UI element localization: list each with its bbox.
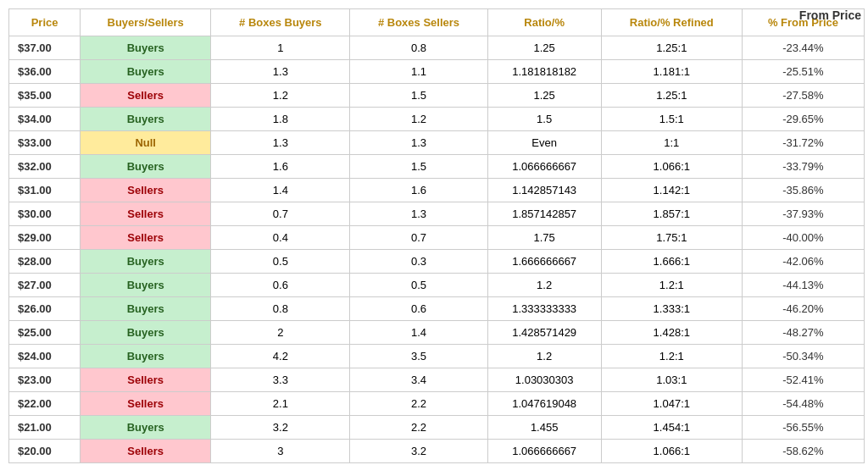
ratio-cell: 1.2 — [487, 345, 601, 368]
from-price-cell: -56.55% — [742, 416, 864, 440]
price-cell: $34.00 — [9, 108, 81, 131]
boxes-buyers-cell: 1 — [211, 36, 350, 60]
price-cell: $27.00 — [9, 274, 81, 297]
ratio-refined-cell: 1.066:1 — [601, 155, 742, 179]
boxes-buyers-cell: 1.3 — [211, 60, 350, 84]
price-cell: $20.00 — [9, 440, 81, 463]
table-row: $30.00Sellers0.71.31.8571428571.857:1-37… — [9, 202, 865, 226]
ratio-refined-cell: 1.454:1 — [601, 416, 742, 440]
ratio-refined-cell: 1:1 — [601, 131, 742, 155]
boxes-sellers-cell: 1.3 — [350, 131, 487, 155]
ratio-cell: 1.142857143 — [487, 179, 601, 202]
from-price-cell: -42.06% — [742, 250, 864, 274]
boxes-buyers-cell: 1.2 — [211, 84, 350, 108]
col-ratio: Ratio/% — [487, 9, 601, 36]
buyers-sellers-cell: Null — [81, 131, 211, 155]
buyers-sellers-cell: Buyers — [81, 274, 211, 297]
buyers-sellers-cell: Sellers — [81, 392, 211, 416]
col-boxes-buyers: # Boxes Buyers — [211, 9, 350, 36]
price-cell: $21.00 — [9, 416, 81, 440]
price-cell: $32.00 — [9, 155, 81, 179]
ratio-refined-cell: 1.181:1 — [601, 60, 742, 84]
ratio-cell: 1.75 — [487, 226, 601, 250]
header-row: Price Buyers/Sellers # Boxes Buyers # Bo… — [9, 9, 865, 36]
ratio-refined-cell: 1.857:1 — [601, 202, 742, 226]
price-cell: $29.00 — [9, 226, 81, 250]
ratio-refined-cell: 1.5:1 — [601, 108, 742, 131]
ratio-cell: 1.181818182 — [487, 60, 601, 84]
ratio-cell: 1.066666667 — [487, 155, 601, 179]
from-price-cell: -37.93% — [742, 202, 864, 226]
price-cell: $24.00 — [9, 345, 81, 368]
boxes-sellers-cell: 1.5 — [350, 84, 487, 108]
ratio-cell: 1.666666667 — [487, 250, 601, 274]
boxes-buyers-cell: 0.6 — [211, 274, 350, 297]
table-row: $22.00Sellers2.12.21.0476190481.047:1-54… — [9, 392, 865, 416]
ratio-cell: Even — [487, 131, 601, 155]
ratio-cell: 1.03030303 — [487, 368, 601, 392]
boxes-buyers-cell: 2.1 — [211, 392, 350, 416]
price-cell: $35.00 — [9, 84, 81, 108]
boxes-sellers-cell: 3.5 — [350, 345, 487, 368]
boxes-sellers-cell: 0.6 — [350, 297, 487, 321]
col-buyers-sellers: Buyers/Sellers — [81, 9, 211, 36]
ratio-refined-cell: 1.066:1 — [601, 440, 742, 463]
buyers-sellers-cell: Buyers — [81, 297, 211, 321]
table-row: $35.00Sellers1.21.51.251.25:1-27.58% — [9, 84, 865, 108]
table-row: $27.00Buyers0.60.51.21.2:1-44.13% — [9, 274, 865, 297]
from-price-cell: -31.72% — [742, 131, 864, 155]
buyers-sellers-cell: Sellers — [81, 202, 211, 226]
boxes-sellers-cell: 2.2 — [350, 416, 487, 440]
ratio-refined-cell: 1.03:1 — [601, 368, 742, 392]
table-row: $36.00Buyers1.31.11.1818181821.181:1-25.… — [9, 60, 865, 84]
ratio-cell: 1.857142857 — [487, 202, 601, 226]
table-row: $26.00Buyers0.80.61.3333333331.333:1-46.… — [9, 297, 865, 321]
boxes-buyers-cell: 1.3 — [211, 131, 350, 155]
boxes-buyers-cell: 1.8 — [211, 108, 350, 131]
from-price-cell: -58.62% — [742, 440, 864, 463]
ratio-refined-cell: 1.75:1 — [601, 226, 742, 250]
from-price-cell: -46.20% — [742, 297, 864, 321]
table-row: $34.00Buyers1.81.21.51.5:1-29.65% — [9, 108, 865, 131]
ratio-refined-cell: 1.25:1 — [601, 84, 742, 108]
from-price-cell: -50.34% — [742, 345, 864, 368]
ratio-refined-cell: 1.2:1 — [601, 345, 742, 368]
ratio-refined-cell: 1.047:1 — [601, 392, 742, 416]
main-table: Price Buyers/Sellers # Boxes Buyers # Bo… — [8, 8, 865, 463]
price-cell: $28.00 — [9, 250, 81, 274]
from-price-cell: -40.00% — [742, 226, 864, 250]
boxes-sellers-cell: 3.4 — [350, 368, 487, 392]
from-price-cell: -25.51% — [742, 60, 864, 84]
col-boxes-sellers: # Boxes Sellers — [350, 9, 487, 36]
ratio-cell: 1.25 — [487, 36, 601, 60]
from-price-cell: -35.86% — [742, 179, 864, 202]
ratio-refined-cell: 1.333:1 — [601, 297, 742, 321]
boxes-sellers-cell: 1.4 — [350, 321, 487, 345]
from-price-cell: -27.58% — [742, 84, 864, 108]
ratio-refined-cell: 1.666:1 — [601, 250, 742, 274]
boxes-sellers-cell: 2.2 — [350, 392, 487, 416]
table-row: $28.00Buyers0.50.31.6666666671.666:1-42.… — [9, 250, 865, 274]
ratio-cell: 1.2 — [487, 274, 601, 297]
buyers-sellers-cell: Buyers — [81, 250, 211, 274]
from-price-cell: -52.41% — [742, 368, 864, 392]
table-row: $25.00Buyers21.41.4285714291.428:1-48.27… — [9, 321, 865, 345]
col-ratio-refined: Ratio/% Refined — [601, 9, 742, 36]
boxes-sellers-cell: 0.7 — [350, 226, 487, 250]
buyers-sellers-cell: Buyers — [81, 321, 211, 345]
from-price-cell: -44.13% — [742, 274, 864, 297]
boxes-buyers-cell: 0.8 — [211, 297, 350, 321]
table-row: $23.00Sellers3.33.41.030303031.03:1-52.4… — [9, 368, 865, 392]
col-price: Price — [9, 9, 81, 36]
ratio-cell: 1.455 — [487, 416, 601, 440]
ratio-cell: 1.047619048 — [487, 392, 601, 416]
boxes-sellers-cell: 0.5 — [350, 274, 487, 297]
boxes-sellers-cell: 0.8 — [350, 36, 487, 60]
boxes-buyers-cell: 0.5 — [211, 250, 350, 274]
ratio-cell: 1.25 — [487, 84, 601, 108]
price-cell: $25.00 — [9, 321, 81, 345]
price-cell: $31.00 — [9, 179, 81, 202]
table-row: $21.00Buyers3.22.21.4551.454:1-56.55% — [9, 416, 865, 440]
ratio-cell: 1.428571429 — [487, 321, 601, 345]
boxes-buyers-cell: 2 — [211, 321, 350, 345]
